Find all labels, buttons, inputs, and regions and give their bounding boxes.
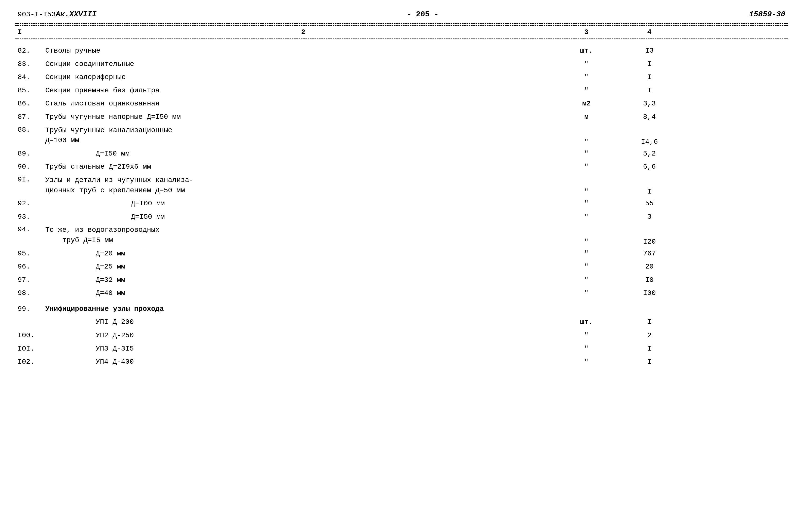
col3-header: 3 xyxy=(561,28,612,36)
header-right: 15859-30 xyxy=(749,10,785,19)
table-row: 92. Д=I00 мм " 55 xyxy=(15,197,788,210)
header-center: - 205 - xyxy=(96,10,749,19)
table-row: 94. То же, из водогазопроводных труб Д=I… xyxy=(15,224,788,247)
col4-header: 4 xyxy=(612,28,687,36)
table-row: IOI. УП3 Д-3I5 " I xyxy=(15,342,788,356)
table-row: 97. Д=32 мм " I0 xyxy=(15,273,788,287)
top-dashed-line xyxy=(15,23,788,24)
header: 903-I-I53 Ак.XXVIII - 205 - 15859-30 xyxy=(15,10,788,19)
table-row: 95. Д=20 мм " 767 xyxy=(15,247,788,261)
table-row: 96. Д=25 мм " 20 xyxy=(15,260,788,273)
table-row: 82. Стволы ручные шт. I3 xyxy=(15,44,788,58)
table-body: 82. Стволы ручные шт. I3 83. Секции соед… xyxy=(15,44,788,369)
col1-header: I xyxy=(15,28,45,36)
table-row: 86. Сталь листовая оцинкованная м2 3,3 xyxy=(15,97,788,111)
table-row: 88. Трубы чугунные канализационныеД=100 … xyxy=(15,124,788,147)
header-left: 903-I-I53 xyxy=(18,11,56,18)
table-row: 84. Секции калориферные " I xyxy=(15,71,788,84)
table-row: 83. Секции соединительные " I xyxy=(15,58,788,71)
table-row: 99. Унифицированные узлы прохода xyxy=(15,303,788,316)
table-row: I00. УП2 Д-250 " 2 xyxy=(15,329,788,342)
table-row: 93. Д=I50 мм " 3 xyxy=(15,210,788,224)
table-row: 87. Трубы чугунные напорные Д=I50 мм м 8… xyxy=(15,111,788,124)
table-row: 98. Д=40 мм " I00 xyxy=(15,287,788,300)
header-center-left: Ак.XXVIII xyxy=(56,10,96,19)
table-row: 89. Д=I50 мм " 5,2 xyxy=(15,147,788,160)
column-headers: I 2 3 4 xyxy=(15,25,788,39)
table-row: 85. Секции приемные без фильтра " I xyxy=(15,84,788,97)
table-row: 9I. Узлы и детали из чугунных канализа-ц… xyxy=(15,174,788,197)
table-row: 90. Трубы стальные Д=2I9х6 мм " 6,6 xyxy=(15,160,788,174)
table-row: I02. УП4 Д-400 " I xyxy=(15,355,788,369)
col2-header: 2 xyxy=(45,28,561,36)
table-row: УПI Д-200 шт. I xyxy=(15,316,788,329)
